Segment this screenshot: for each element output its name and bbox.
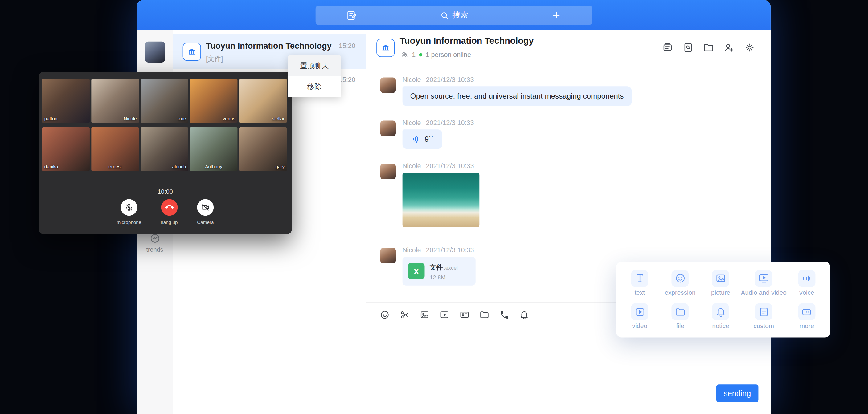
text-icon (634, 273, 645, 284)
feature-custom[interactable]: custom (741, 299, 786, 333)
send-button[interactable]: sending (716, 384, 758, 402)
menu-item-remove[interactable]: 移除 (288, 76, 341, 97)
feature-label: picture (711, 289, 730, 296)
hang-up-icon (164, 203, 174, 212)
notice-icon (715, 306, 726, 317)
participant-video: ernest (91, 127, 139, 171)
sender-name: Nicole (403, 246, 421, 254)
audio-video-icon (758, 273, 769, 284)
idcard-icon (460, 310, 469, 320)
text-message-bubble[interactable]: Open source, free, and universal instant… (403, 86, 631, 106)
participant-video: aldrich (141, 127, 188, 171)
chat-group-avatar[interactable] (376, 39, 395, 57)
note-edit-icon (346, 9, 357, 21)
add-member-button[interactable] (723, 42, 735, 53)
sender-avatar[interactable] (380, 77, 396, 93)
file-name: 文件 (430, 263, 443, 271)
folder-icon (703, 42, 714, 53)
participant-video: zoe (141, 79, 188, 123)
phone-icon (499, 310, 509, 320)
send-file-button[interactable] (479, 310, 489, 320)
company-avatar (183, 42, 201, 61)
chat-title: Tuoyun Information Technology (400, 36, 534, 46)
add-button[interactable]: + (520, 9, 592, 22)
note-button[interactable] (316, 9, 388, 21)
bell-icon (519, 310, 529, 320)
gear-icon (744, 42, 755, 53)
feature-file[interactable]: file (660, 299, 700, 333)
feature-voice[interactable]: voice (786, 266, 827, 300)
camera-label: Camera (197, 220, 214, 225)
feature-picture[interactable]: picture (700, 266, 741, 300)
video-icon (634, 306, 645, 317)
sender-avatar[interactable] (380, 248, 396, 263)
feature-audio-video[interactable]: Audio and video (741, 266, 786, 300)
hang-up-button[interactable]: hang up (161, 199, 178, 225)
chat-subtitle: 1 1 person online (401, 51, 471, 59)
participant-name: danika (44, 164, 58, 169)
file-size: 12.8M (430, 274, 458, 281)
screen: 搜索 + trends Tuoyun Information Technolog… (0, 0, 868, 414)
send-card-button[interactable] (460, 310, 469, 320)
send-video-button[interactable] (439, 310, 450, 320)
announcement-icon (662, 42, 673, 53)
sender-avatar[interactable] (380, 164, 396, 179)
settings-button[interactable] (744, 42, 755, 53)
participant-video: Anthony (190, 127, 237, 171)
search-icon (440, 11, 449, 20)
participant-name: gary (275, 164, 284, 169)
building-icon (381, 43, 391, 53)
topbar: 搜索 + (137, 0, 771, 31)
chat-panel: Tuoyun Information Technology 1 1 person… (367, 31, 771, 414)
sender-avatar[interactable] (380, 121, 396, 136)
plus-icon: + (553, 9, 560, 22)
voice-message-bubble[interactable]: 9`` (403, 129, 442, 149)
feature-text[interactable]: text (620, 266, 660, 300)
participant-name: patton (44, 116, 57, 121)
menu-item-pin-chat[interactable]: 置顶聊天 (288, 56, 341, 76)
announcement-button[interactable] (662, 42, 673, 53)
history-search-button[interactable] (682, 42, 693, 53)
participant-video: stellar (239, 79, 287, 123)
send-image-button[interactable] (420, 310, 429, 320)
self-avatar[interactable] (145, 41, 165, 63)
member-count: 1 (412, 51, 415, 59)
screenshot-button[interactable] (400, 310, 410, 320)
camera-toggle[interactable]: Camera (197, 199, 214, 225)
conversation-title: Tuoyun Information Technology (206, 41, 332, 51)
file-message-card[interactable]: X 文件.excel 12.8M (403, 257, 475, 285)
search-bar[interactable]: 搜索 (388, 10, 520, 20)
microphone-toggle[interactable]: microphone (117, 199, 142, 225)
message-time: 2021/12/3 10:33 (426, 76, 474, 84)
image-message-thumbnail[interactable] (403, 172, 479, 227)
rail-item-trends[interactable]: trends (137, 233, 173, 253)
conversation-time: 15:20 (339, 76, 355, 84)
picture-icon (715, 273, 726, 284)
message-time: 2021/12/3 10:33 (426, 246, 474, 254)
emoji-icon (380, 310, 390, 320)
participant-video: venus (190, 79, 237, 123)
expression-icon (675, 273, 686, 284)
emoji-button[interactable] (380, 310, 390, 320)
files-button[interactable] (703, 42, 714, 53)
message-time: 2021/12/3 10:33 (426, 119, 474, 127)
notice-button[interactable] (519, 310, 529, 320)
voice-duration: 9`` (425, 135, 434, 143)
scissors-icon (400, 310, 410, 320)
feature-expression[interactable]: expression (660, 266, 700, 300)
camera-off-icon (201, 203, 210, 212)
feature-more[interactable]: more (786, 299, 827, 333)
file-icon (675, 306, 686, 317)
call-button[interactable] (499, 310, 509, 320)
voice-wave-icon (411, 134, 421, 144)
feature-video[interactable]: video (620, 299, 660, 333)
image-icon (420, 310, 429, 320)
input-toolbar (380, 310, 529, 320)
feature-notice[interactable]: notice (700, 299, 741, 333)
topbar-search-pill: 搜索 + (316, 5, 592, 25)
feature-label: custom (753, 322, 774, 329)
feature-label: voice (799, 289, 814, 296)
trends-icon (149, 233, 160, 244)
participant-name: ernest (91, 164, 139, 169)
doc-search-icon (682, 42, 693, 53)
